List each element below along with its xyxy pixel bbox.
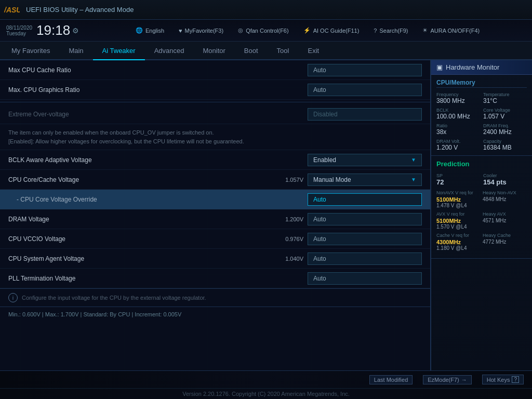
nonavx-left: NonAVX V req for 5100MHz 1.478 V @L4	[436, 190, 481, 208]
nonavx-row: NonAVX V req for 5100MHz 1.478 V @L4 Hea…	[436, 190, 527, 208]
tab-favorites[interactable]: My Favorites	[2, 42, 59, 60]
cpu-memory-title: CPU/Memory	[436, 79, 527, 88]
date-display: 08/11/2020	[6, 25, 32, 31]
extreme-ov-description: The item can only be enabled when the on…	[0, 124, 430, 150]
main-content: Max CPU Cache Ratio Auto Max. CPU Graphi…	[0, 60, 532, 370]
cpu-vccio-current: 0.976V	[275, 236, 303, 242]
core-voltage-value: 1.057 V	[483, 113, 527, 120]
cpu-vccio-row[interactable]: CPU VCCIO Voltage 0.976V Auto	[0, 229, 430, 249]
pll-term-row[interactable]: PLL Termination Voltage Auto	[0, 269, 430, 288]
header-bar: /ASUS UEFI BIOS Utility – Advanced Mode	[0, 0, 532, 20]
cpu-sa-current: 1.040V	[275, 256, 303, 262]
cpu-core-override-value[interactable]: Auto	[308, 193, 422, 206]
tab-boot[interactable]: Boot	[235, 42, 268, 60]
aura-button[interactable]: ☀ AURA ON/OFF(F4)	[419, 26, 483, 35]
avx-left: AVX V req for 5100MHz 1.570 V @L4	[436, 211, 481, 230]
max-cpu-cache-control[interactable]: Auto	[308, 64, 422, 76]
sp-item: SP 72	[436, 173, 480, 186]
max-cpu-gfx-row[interactable]: Max. CPU Graphics Ratio Auto	[0, 80, 430, 100]
avx-row: AVX V req for 5100MHz 1.570 V @L4 Heavy …	[436, 211, 527, 230]
monitor-icon: ▣	[436, 63, 443, 71]
pll-term-control[interactable]: Auto	[308, 272, 422, 285]
sp-label: SP	[436, 173, 480, 178]
bclk-aware-row[interactable]: BCLK Aware Adaptive Voltage Enabled ▼	[0, 150, 430, 170]
hot-keys-button[interactable]: Hot Keys ?	[482, 375, 524, 384]
qfan-button[interactable]: ◎ Qfan Control(F6)	[235, 26, 292, 35]
pll-term-value[interactable]: Auto	[308, 272, 422, 285]
heavy-avx-value: 4571 MHz	[483, 218, 527, 223]
voltage-range: Min.: 0.600V | Max.: 1.700V | Standard: …	[0, 307, 430, 322]
heavy-avx-label: Heavy AVX	[483, 211, 527, 217]
cpu-vccio-label: CPU VCCIO Voltage	[8, 235, 275, 243]
myfavorite-button[interactable]: ♥ MyFavorite(F3)	[176, 26, 227, 35]
dram-voltage-row[interactable]: DRAM Voltage 1.200V Auto	[0, 209, 430, 229]
cache-right: Heavy Cache 4772 MHz	[483, 233, 527, 251]
settings-table: Max CPU Cache Ratio Auto Max. CPU Graphi…	[0, 60, 430, 288]
extreme-ov-label: Extreme Over-voltage	[8, 111, 308, 118]
ez-mode-button[interactable]: EzMode(F7) →	[423, 375, 472, 384]
ez-mode-label: EzMode(F7)	[428, 377, 459, 383]
bclk-aware-dropdown[interactable]: Enabled ▼	[308, 154, 422, 166]
cpu-vccio-value[interactable]: Auto	[308, 233, 422, 245]
cpu-core-override-row[interactable]: - CPU Core Voltage Override Auto	[0, 190, 430, 209]
temperature-label: Temperature	[483, 92, 527, 97]
max-cpu-cache-row[interactable]: Max CPU Cache Ratio Auto	[0, 60, 430, 80]
dram-voltage-value[interactable]: Auto	[308, 213, 422, 225]
hw-monitor-title: Hardware Monitor	[446, 63, 499, 71]
info-icon: i	[8, 293, 18, 302]
tab-tool[interactable]: Tool	[268, 42, 299, 60]
prediction-section: Prediction SP 72 Cooler 154 pts NonAVX V…	[431, 156, 532, 259]
settings-gear-icon[interactable]: ⚙	[72, 26, 79, 35]
tab-advanced[interactable]: Advanced	[145, 42, 194, 60]
tab-ai-tweaker[interactable]: Ai Tweaker	[93, 42, 145, 60]
cpu-core-cache-label: CPU Core/Cache Voltage	[8, 176, 275, 183]
search-button[interactable]: ? Search(F9)	[370, 26, 411, 35]
dram-voltage-control[interactable]: Auto	[308, 213, 422, 225]
svg-text:/ASUS: /ASUS	[4, 6, 20, 14]
cpu-core-cache-dropdown[interactable]: Manual Mode ▼	[308, 174, 422, 186]
cpu-sa-value[interactable]: Auto	[308, 252, 422, 265]
bclk-label: BCLK	[436, 108, 480, 113]
aioc-button[interactable]: ⚡ AI OC Guide(F11)	[300, 26, 363, 35]
globe-icon: 🌐	[136, 27, 143, 34]
tab-exit[interactable]: Exit	[298, 42, 328, 60]
info-bar: 08/11/2020 Tuesday 19:18 ⚙ 🌐 English ♥ M…	[0, 20, 532, 42]
max-cpu-gfx-value[interactable]: Auto	[308, 84, 422, 96]
oc-icon: ⚡	[303, 27, 311, 34]
description-text: The item can only be enabled when the on…	[8, 129, 244, 144]
nonavx-right: Heavy Non-AVX 4848 MHz	[483, 190, 527, 208]
cpu-core-cache-control[interactable]: Manual Mode ▼	[308, 174, 422, 186]
bclk-aware-control[interactable]: Enabled ▼	[308, 154, 422, 166]
cpu-core-cache-row[interactable]: CPU Core/Cache Voltage 1.057V Manual Mod…	[0, 170, 430, 190]
footer-description: Configure the input voltage for the CPU …	[22, 295, 206, 301]
language-label: English	[145, 28, 164, 34]
cpu-core-override-control[interactable]: Auto	[308, 193, 422, 206]
max-cpu-gfx-control[interactable]: Auto	[308, 84, 422, 96]
extreme-ov-row[interactable]: Extreme Over-voltage Disabled	[0, 104, 430, 124]
last-modified-button[interactable]: Last Modified	[369, 375, 413, 384]
tab-main[interactable]: Main	[59, 42, 92, 60]
cpu-sa-row[interactable]: CPU System Agent Voltage 1.040V Auto	[0, 249, 430, 269]
dram-volt-label: DRAM Volt.	[436, 139, 480, 144]
cpu-vccio-control[interactable]: Auto	[308, 233, 422, 245]
heavy-cache-value: 4772 MHz	[483, 239, 527, 245]
cache-req-label: Cache V req for	[436, 233, 481, 238]
capacity-label: Capacity	[483, 139, 527, 144]
search-icon: ?	[374, 28, 377, 34]
dram-volt-item: DRAM Volt. 1.200 V	[436, 139, 480, 151]
frequency-value: 3800 MHz	[436, 97, 480, 104]
chevron-down-icon: ▼	[411, 157, 416, 163]
datetime: 08/11/2020 Tuesday	[6, 25, 32, 36]
extreme-ov-value: Disabled	[308, 108, 422, 121]
language-button[interactable]: 🌐 English	[132, 26, 167, 35]
fan-icon: ◎	[238, 27, 243, 34]
max-cpu-cache-value[interactable]: Auto	[308, 64, 422, 76]
tab-monitor[interactable]: Monitor	[194, 42, 235, 60]
cooler-item: Cooler 154 pts	[483, 173, 527, 186]
asus-logo: /ASUS	[4, 5, 20, 15]
extreme-ov-control[interactable]: Disabled	[308, 108, 422, 121]
cpu-sa-control[interactable]: Auto	[308, 252, 422, 265]
question-icon: ?	[512, 376, 519, 383]
capacity-value: 16384 MB	[483, 144, 527, 151]
version-text: Version 2.20.1276. Copyright (C) 2020 Am…	[182, 391, 350, 397]
